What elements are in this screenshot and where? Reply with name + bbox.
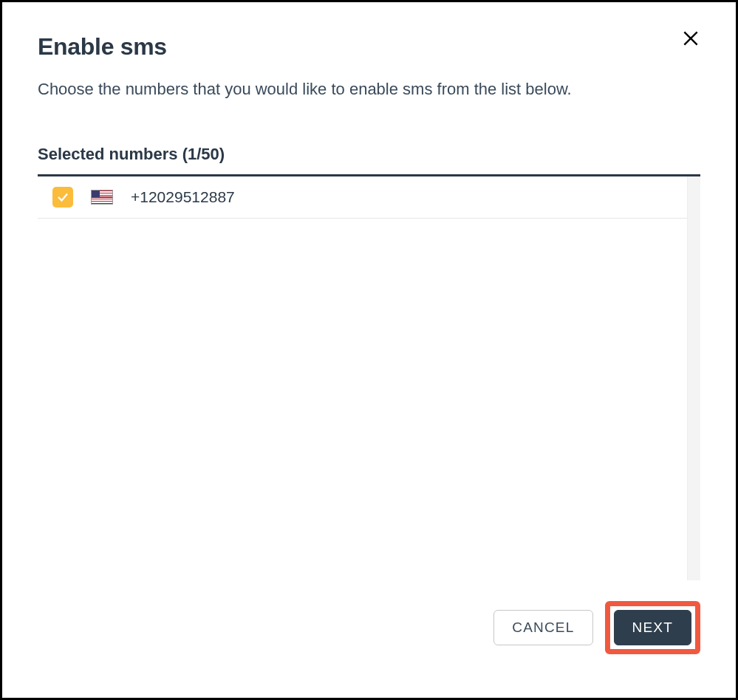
phone-number-text: +12029512887: [131, 188, 235, 206]
modal-footer: CANCEL NEXT: [38, 601, 700, 654]
next-button[interactable]: NEXT: [614, 610, 691, 645]
cancel-button[interactable]: CANCEL: [493, 610, 592, 645]
numbers-list-area: +12029512887: [38, 174, 700, 580]
checkmark-icon: [56, 191, 69, 204]
modal-subtitle: Choose the numbers that you would like t…: [38, 80, 700, 99]
selected-numbers-heading: Selected numbers (1/50): [38, 145, 700, 164]
modal-header: Enable sms: [38, 33, 700, 61]
numbers-list[interactable]: +12029512887: [38, 174, 700, 580]
modal-title: Enable sms: [38, 33, 167, 61]
country-flag: [91, 190, 113, 205]
close-icon: [681, 29, 700, 48]
number-checkbox[interactable]: [52, 187, 73, 207]
next-button-highlight: NEXT: [605, 601, 700, 654]
us-flag-icon: [91, 190, 113, 205]
close-button[interactable]: [681, 29, 700, 50]
enable-sms-modal: Enable sms Choose the numbers that you w…: [0, 0, 738, 700]
number-row[interactable]: +12029512887: [38, 176, 700, 219]
